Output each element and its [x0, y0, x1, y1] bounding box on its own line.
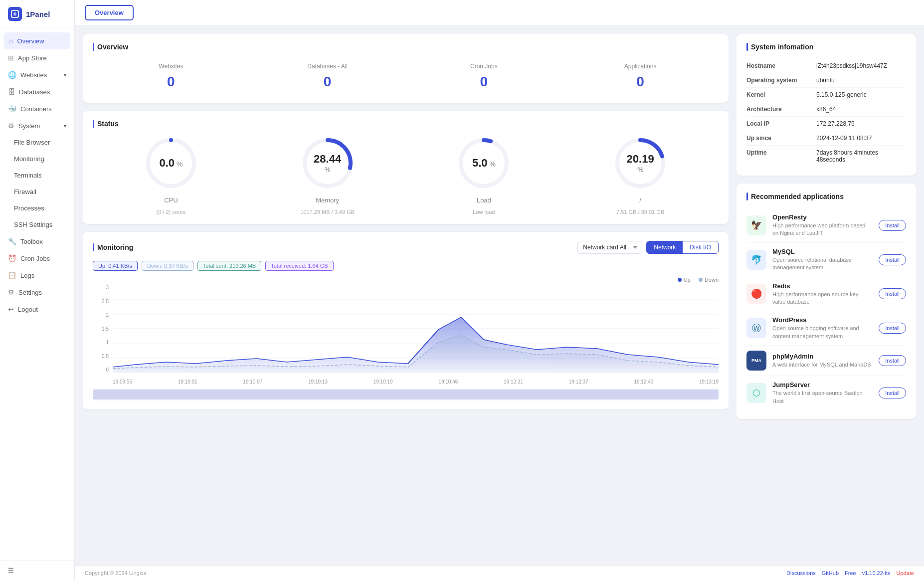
databases-icon: 🗄	[8, 88, 15, 96]
circle-disk: 20.19 %	[613, 136, 668, 191]
app-item-openresty: 🦅 OpenResty High performance web platfor…	[746, 208, 906, 243]
install-button-redis[interactable]: Install	[879, 288, 906, 299]
sysinfo-value: 172.27.228.75	[816, 120, 855, 127]
main-panel: Overview Websites 0 Databases - All 0 Cr…	[83, 34, 729, 558]
app-info-redis: Redis High-performance open-source key-v…	[772, 282, 873, 306]
settings-icon: ⚙	[8, 288, 14, 296]
overview-tab-button[interactable]: Overview	[85, 5, 134, 20]
sysinfo-value: 2024-12-09 11:08:37	[816, 135, 872, 142]
stats-row: Websites 0 Databases - All 0 Cron Jobs 0…	[93, 59, 719, 94]
status-item-memory: 28.44 % Memory 1017.29 MB / 3.49 GB	[249, 136, 406, 215]
legend-down-dot	[699, 278, 703, 282]
app-item-wordpress: Ⓦ WordPress Open source blogging softwar…	[746, 311, 906, 346]
stat-databases-value: 0	[249, 74, 406, 90]
logo-icon	[8, 7, 22, 21]
sysinfo-value: ubuntu	[816, 77, 835, 84]
sysinfo-key: Up since	[746, 135, 816, 142]
main-area: Overview Overview Websites 0 Databases -…	[75, 0, 924, 580]
stat-cronjobs-value: 0	[406, 74, 562, 90]
install-button-phpmyadmin[interactable]: Install	[879, 355, 906, 366]
sidebar-menu-toggle[interactable]: ☰	[0, 560, 74, 580]
app-desc-wordpress: Open source blogging software and conten…	[772, 325, 873, 340]
footer-links: Discussions GitHub Free v1.10.22-lts Upd…	[786, 570, 914, 576]
app-name-redis: Redis	[772, 282, 873, 290]
legend-up-dot	[678, 278, 682, 282]
status-row: 0.0 % CPU (0 / 2) cores 28.44 % Memory 1…	[93, 136, 719, 215]
legend-up: Up	[678, 277, 691, 283]
sysinfo-value: 5.15.0-125-generic	[816, 91, 867, 98]
circle-cpu: 0.0 %	[144, 136, 198, 191]
app-name-openresty: OpenResty	[772, 213, 873, 221]
overview-card-title: Overview	[93, 43, 719, 51]
sidebar-item-toolbox[interactable]: 🔧 Toolbox	[0, 233, 74, 250]
stat-applications: Applications 0	[562, 59, 719, 94]
sidebar-item-processes[interactable]: Processes	[0, 200, 74, 216]
chevron-down-icon: ▾	[64, 72, 66, 78]
sysinfo-title: System infomation	[746, 43, 906, 51]
footer-link-github[interactable]: GitHub	[822, 570, 839, 576]
monitoring-header: Monitoring Network card All Network Disk…	[93, 241, 719, 254]
app-name-mysql: MySQL	[772, 248, 873, 255]
status-item-cpu: 0.0 % CPU (0 / 2) cores	[93, 136, 249, 215]
footer: Copyright © 2024 Lingxia Discussions Git…	[75, 566, 924, 580]
app-item-mysql: 🐬 MySQL Open source relational database …	[746, 243, 906, 277]
logs-icon: 📋	[8, 271, 16, 279]
status-card: Status 0.0 % CPU (0 / 2) cores	[83, 111, 729, 224]
circle-memory: 28.44 %	[300, 136, 355, 191]
network-tab-button[interactable]: Network	[647, 241, 683, 253]
sidebar-item-sshsettings[interactable]: SSH Settings	[0, 216, 74, 233]
sidebar-item-appstore[interactable]: ⊞ App Store	[0, 49, 74, 66]
sysinfo-table: HostnameiZt4n23psdkssj19hsw447ZOperating…	[746, 59, 906, 167]
footer-link-update[interactable]: Update	[897, 570, 914, 576]
sidebar-item-system[interactable]: ⚙ System ▾	[0, 117, 74, 134]
app-name-jumpserver: JumpServer	[772, 381, 873, 388]
sysinfo-value: iZt4n23psdkssj19hsw447Z	[816, 62, 887, 69]
status-item-load: 5.0 % Load Low load	[406, 136, 562, 215]
sidebar-item-terminals[interactable]: Terminals	[0, 167, 74, 184]
footer-link-version[interactable]: v1.10.22-lts	[862, 570, 891, 576]
sidebar-item-settings[interactable]: ⚙ Settings	[0, 284, 74, 301]
install-button-mysql[interactable]: Install	[879, 254, 906, 265]
install-button-wordpress[interactable]: Install	[879, 323, 906, 334]
app-desc-openresty: High performance web platform based on N…	[772, 222, 873, 237]
legend-up-label: Up	[684, 277, 691, 283]
sidebar-item-databases[interactable]: 🗄 Databases	[0, 83, 74, 100]
stat-databases: Databases - All 0	[249, 59, 406, 94]
sidebar-item-monitoring[interactable]: Monitoring	[0, 151, 74, 167]
sidebar-item-containers[interactable]: 🐳 Containers	[0, 100, 74, 117]
app-icon-mysql: 🐬	[746, 250, 766, 270]
app-desc-mysql: Open source relational database manageme…	[772, 256, 873, 272]
tag-up: Up: 0.41 KB/s	[93, 261, 138, 271]
app-item-redis: 🔴 Redis High-performance open-source key…	[746, 277, 906, 312]
sidebar-item-cronjobs[interactable]: ⏰ Cron Jobs	[0, 250, 74, 267]
chart-inner	[113, 285, 719, 373]
sidebar-item-firewall[interactable]: Firewall	[0, 184, 74, 200]
install-button-jumpserver[interactable]: Install	[879, 387, 906, 398]
sysinfo-key: Architecture	[746, 106, 816, 113]
circle-load: 5.0 %	[456, 136, 511, 191]
app-info-jumpserver: JumpServer The world's first open-source…	[772, 381, 873, 405]
stat-cronjobs-label: Cron Jobs	[406, 63, 562, 70]
footer-link-free[interactable]: Free	[845, 570, 856, 576]
sidebar-item-overview[interactable]: ⌂ Overview	[4, 32, 70, 49]
chart-xaxis: 19:09:55 19:10:01 19:10:07 19:10:13 19:1…	[113, 379, 719, 385]
sysinfo-card: System infomation HostnameiZt4n23psdkssj…	[737, 34, 916, 176]
app-desc-phpmyadmin: A web interface for MySQL and MariaDB	[772, 361, 873, 369]
sidebar-item-websites[interactable]: 🌐 Websites ▾	[0, 66, 74, 83]
footer-link-discussions[interactable]: Discussions	[786, 570, 816, 576]
chart-scroll[interactable]	[93, 388, 719, 400]
network-card-select[interactable]: Network card All	[577, 241, 642, 254]
app-info-openresty: OpenResty High performance web platform …	[772, 213, 873, 237]
diskio-tab-button[interactable]: Disk I/O	[683, 241, 718, 253]
install-button-openresty[interactable]: Install	[879, 220, 906, 231]
app-name-phpmyadmin: phpMyAdmin	[772, 353, 873, 360]
home-icon: ⌂	[9, 37, 13, 45]
sidebar-item-logs[interactable]: 📋 Logs	[0, 267, 74, 284]
topbar: Overview	[75, 0, 924, 26]
sysinfo-row: Local IP172.27.228.75	[746, 117, 906, 131]
sidebar-item-filebrowser[interactable]: File Browser	[0, 134, 74, 151]
chart-yaxis: 3 2.5 2 1.5 1 0.5 0	[93, 285, 111, 373]
app-item-jumpserver: ⬡ JumpServer The world's first open-sour…	[746, 376, 906, 410]
sysinfo-key: Local IP	[746, 120, 816, 127]
sidebar-item-logout[interactable]: ↩ Logout	[0, 301, 74, 318]
